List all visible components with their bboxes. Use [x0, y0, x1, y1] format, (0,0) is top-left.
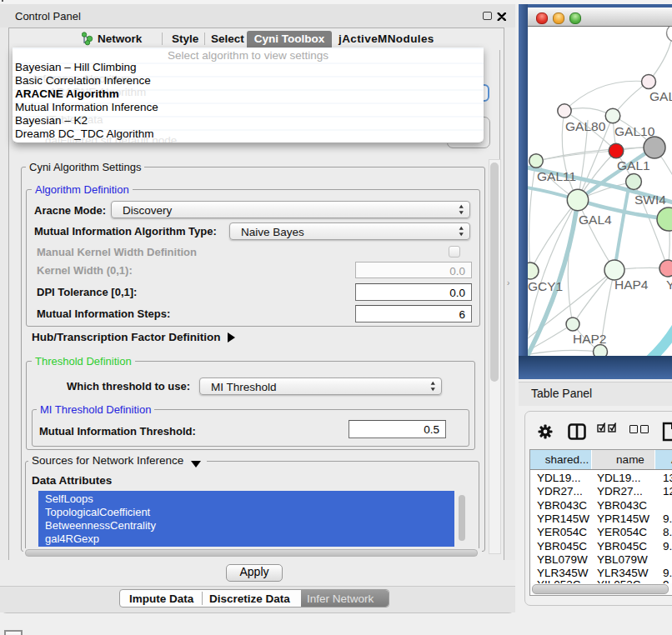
svg-text:GAL: GAL — [649, 89, 672, 103]
svg-text:GAL4: GAL4 — [579, 212, 612, 227]
svg-text:GAL11: GAL11 — [537, 169, 576, 183]
svg-text:HAP4: HAP4 — [614, 278, 649, 292]
svg-text:SWI4: SWI4 — [634, 192, 666, 207]
svg-text:GAL1: GAL1 — [617, 158, 650, 172]
svg-text:GCY1: GCY1 — [528, 279, 563, 293]
svg-text:Y: Y — [666, 278, 672, 292]
svg-text:GAL10: GAL10 — [614, 124, 655, 138]
svg-text:GAL80: GAL80 — [565, 119, 606, 133]
svg-text:HAP2: HAP2 — [573, 332, 607, 346]
